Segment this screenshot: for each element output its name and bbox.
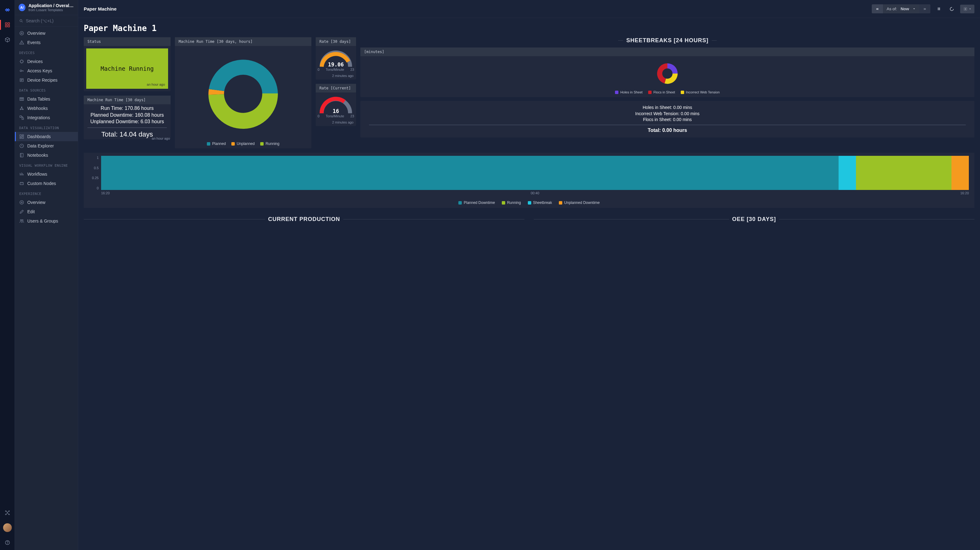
svg-rect-26: [20, 137, 21, 139]
svg-rect-22: [22, 118, 24, 120]
gear-icon: [963, 7, 967, 11]
tl-legend-sheetbreak: Sheetbreak: [528, 201, 552, 205]
status-timestamp: an hour ago: [147, 83, 165, 86]
legend-holes: Holes in Sheet: [615, 90, 643, 94]
refresh-button[interactable]: [947, 4, 956, 14]
timeline-panel: 1 0.5 0.25 0 16:20 00:40 16:20: [84, 153, 974, 208]
svg-point-9: [7, 544, 8, 544]
nav-webhooks[interactable]: Webhooks: [15, 104, 78, 113]
rewind-icon: [875, 7, 879, 11]
nav-access-keys[interactable]: Access Keys: [15, 66, 78, 75]
tl-legend-unplanned: Unplanned Downtime: [559, 201, 600, 205]
svg-point-32: [20, 220, 21, 221]
page-title: Paper Machine 1: [84, 24, 974, 33]
svg-point-20: [23, 109, 24, 110]
sheet-tension-value: Incorrect Web Tension: 0.00 mins: [364, 111, 971, 117]
sheetbreaks-heading: SHEETBREAKS [24 HOURS]: [360, 37, 974, 44]
workflow-rail-icon[interactable]: [0, 505, 15, 520]
svg-point-37: [965, 8, 966, 10]
svg-rect-34: [938, 8, 939, 10]
svg-point-30: [21, 202, 22, 203]
topbar-title: Paper Machine: [84, 6, 117, 11]
user-avatar[interactable]: [3, 523, 12, 532]
section-data-sources: DATA SOURCES: [15, 85, 78, 94]
dashboard-rail-icon[interactable]: [0, 18, 15, 32]
gauge-30-value: 19.06: [328, 61, 344, 68]
sheetbreak-stats-panel: Holes in Sheet: 0.00 mins Incorrect Web …: [360, 101, 974, 137]
asof-button[interactable]: As of: Now: [883, 4, 919, 13]
runtime-donut-chart: [200, 48, 286, 139]
chevron-down-icon: [913, 8, 915, 10]
nav: Overview Events DEVICES Devices Access K…: [15, 27, 78, 550]
section-data-viz: DATA VISUALIZATION: [15, 122, 78, 132]
next-button[interactable]: [919, 4, 931, 13]
nav-exp-overview[interactable]: Overview: [15, 198, 78, 207]
brand-logo[interactable]: [0, 3, 15, 18]
gauge-cur-value: 16: [333, 108, 339, 114]
search-icon: [19, 19, 23, 23]
nav-data-explorer[interactable]: Data Explorer: [15, 141, 78, 150]
icon-rail: [0, 0, 15, 550]
svg-point-4: [5, 510, 6, 512]
nav-device-recipes[interactable]: Device Recipes: [15, 75, 78, 85]
gauge-30-timestamp: 2 minutes ago: [316, 73, 356, 80]
breadcrumb: Application / Overall E…: [29, 3, 74, 8]
svg-point-6: [5, 514, 6, 515]
timeline-chart: 1 0.5 0.25 0 16:20 00:40 16:20: [89, 156, 969, 196]
gauge-cur-timestamp: 2 minutes ago: [316, 119, 356, 126]
svg-rect-29: [20, 182, 24, 185]
section-experience: EXPERIENCE: [15, 188, 78, 198]
topbar: Paper Machine As of: Now: [78, 0, 980, 18]
svg-point-5: [8, 510, 9, 512]
svg-point-11: [21, 33, 22, 34]
svg-rect-21: [20, 116, 21, 117]
tl-legend-planned: Planned Downtime: [458, 201, 495, 205]
svg-rect-0: [5, 23, 7, 24]
status-panel: Status Machine Running an hour ago: [84, 37, 170, 91]
settings-button[interactable]: [960, 5, 974, 13]
nav-devices[interactable]: Devices: [15, 57, 78, 66]
nav-users-groups[interactable]: Users & Groups: [15, 216, 78, 226]
nav-data-tables[interactable]: Data Tables: [15, 94, 78, 104]
chevron-down-icon: [969, 8, 971, 10]
nav-custom-nodes[interactable]: Custom Nodes: [15, 179, 78, 188]
cube-rail-icon[interactable]: [0, 32, 15, 47]
run-stats-timestamp: an hour ago: [152, 136, 170, 141]
help-icon[interactable]: [0, 535, 15, 550]
runtime-donut-panel: Machine Run Time [30 days, hours]: [175, 37, 311, 148]
nav-notebooks[interactable]: Notebooks: [15, 150, 78, 160]
legend-running: Running: [260, 142, 279, 146]
legend-flocs: Flocs in Sheet: [648, 90, 675, 94]
oee-heading: OEE [30 DAYS]: [534, 216, 974, 223]
rate-current-panel: Rate [Current] 16 0Tons/Minute23 2 minut…: [316, 84, 356, 126]
svg-point-12: [20, 31, 24, 35]
svg-point-33: [22, 220, 23, 221]
tl-legend-running: Running: [502, 201, 521, 205]
svg-point-36: [950, 7, 954, 11]
prev-button[interactable]: [872, 4, 883, 13]
nav-exp-edit[interactable]: Edit: [15, 207, 78, 216]
legend-unplanned: Unplanned: [231, 142, 255, 146]
pause-button[interactable]: [934, 4, 943, 14]
sidebar: A/ Application / Overall E… from Losant …: [15, 0, 78, 550]
pause-icon: [937, 7, 941, 11]
nav-dashboards[interactable]: Dashboards: [15, 132, 78, 141]
sidebar-header[interactable]: A/ Application / Overall E… from Losant …: [15, 0, 78, 15]
sheetbreaks-donut-panel: [minutes] Holes in Sheet: [360, 48, 974, 97]
nav-events[interactable]: Events: [15, 38, 78, 47]
nav-workflows[interactable]: Workflows: [15, 169, 78, 179]
app-badge: A/: [19, 4, 25, 11]
legend-tension: Incorrect Web Tension: [681, 90, 720, 94]
svg-rect-3: [8, 26, 9, 27]
search-input[interactable]: [26, 18, 73, 23]
section-workflow-engine: VISUAL WORKFLOW ENGINE: [15, 160, 78, 169]
current-production-heading: CURRENT PRODUCTION: [84, 216, 524, 223]
sheetbreaks-donut: [653, 59, 682, 88]
forward-icon: [923, 7, 927, 11]
nav-integrations[interactable]: Integrations: [15, 113, 78, 122]
status-text: Machine Running: [100, 65, 154, 72]
nav-overview[interactable]: Overview: [15, 29, 78, 38]
search-row[interactable]: [15, 15, 78, 27]
svg-rect-28: [20, 153, 23, 157]
svg-point-18: [21, 107, 22, 108]
